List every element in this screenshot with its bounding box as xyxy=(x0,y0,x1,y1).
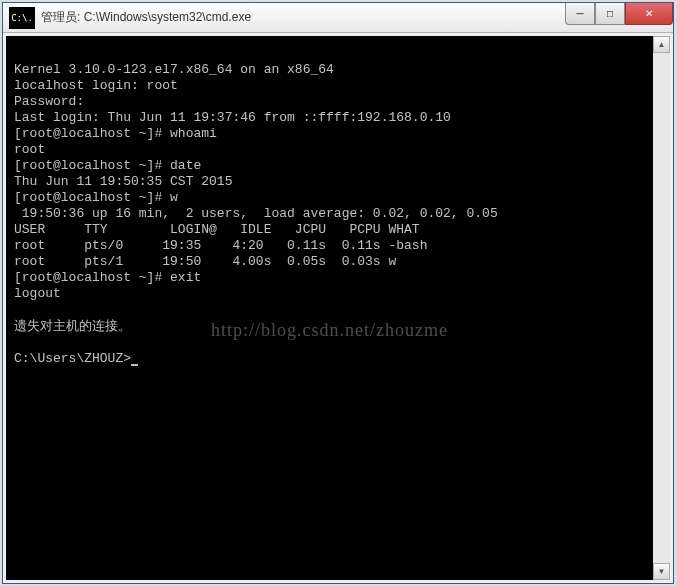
terminal-line: USER TTY LOGIN@ IDLE JCPU PCPU WHAT xyxy=(14,222,420,237)
terminal-line: Password: xyxy=(14,94,84,109)
terminal-line: logout xyxy=(14,286,61,301)
terminal-line: root pts/0 19:35 4:20 0.11s 0.11s -bash xyxy=(14,238,427,253)
scroll-down-button[interactable]: ▼ xyxy=(653,563,670,580)
terminal-line: [root@localhost ~]# whoami xyxy=(14,126,217,141)
terminal-line: [root@localhost ~]# exit xyxy=(14,270,201,285)
maximize-icon: □ xyxy=(607,8,613,19)
terminal-prompt: C:\Users\ZHOUZ> xyxy=(14,351,131,366)
titlebar[interactable]: C:\. 管理员: C:\Windows\system32\cmd.exe ─ … xyxy=(3,3,673,33)
cursor xyxy=(131,364,138,366)
terminal-line: root pts/1 19:50 4.00s 0.05s 0.03s w xyxy=(14,254,396,269)
terminal-line: Thu Jun 11 19:50:35 CST 2015 xyxy=(14,174,232,189)
close-icon: ✕ xyxy=(645,8,653,19)
terminal-line: Kernel 3.10.0-123.el7.x86_64 on an x86_6… xyxy=(14,62,334,77)
terminal-line-connection-lost: 遗失对主机的连接。 xyxy=(14,318,131,333)
scroll-up-button[interactable]: ▲ xyxy=(653,36,670,53)
terminal-line: 19:50:36 up 16 min, 2 users, load averag… xyxy=(14,206,498,221)
terminal-line: [root@localhost ~]# w xyxy=(14,190,178,205)
scrollbar-track[interactable] xyxy=(653,53,670,563)
close-button[interactable]: ✕ xyxy=(625,3,673,25)
scrollbar[interactable]: ▲ ▼ xyxy=(653,36,670,580)
terminal-line: [root@localhost ~]# date xyxy=(14,158,201,173)
window-controls: ─ □ ✕ xyxy=(565,3,673,25)
minimize-button[interactable]: ─ xyxy=(565,3,595,25)
client-area: Kernel 3.10.0-123.el7.x86_64 on an x86_6… xyxy=(3,33,673,583)
maximize-button[interactable]: □ xyxy=(595,3,625,25)
terminal-line: root xyxy=(14,142,45,157)
terminal-line: Last login: Thu Jun 11 19:37:46 from ::f… xyxy=(14,110,451,125)
window-title: 管理员: C:\Windows\system32\cmd.exe xyxy=(41,9,565,26)
app-icon-text: C:\. xyxy=(11,13,33,23)
minimize-icon: ─ xyxy=(576,8,583,19)
arrow-down-icon: ▼ xyxy=(658,567,666,576)
cmd-window: C:\. 管理员: C:\Windows\system32\cmd.exe ─ … xyxy=(2,2,674,584)
terminal-output[interactable]: Kernel 3.10.0-123.el7.x86_64 on an x86_6… xyxy=(6,36,653,580)
terminal-line: localhost login: root xyxy=(14,78,178,93)
arrow-up-icon: ▲ xyxy=(658,40,666,49)
app-icon[interactable]: C:\. xyxy=(9,7,35,29)
